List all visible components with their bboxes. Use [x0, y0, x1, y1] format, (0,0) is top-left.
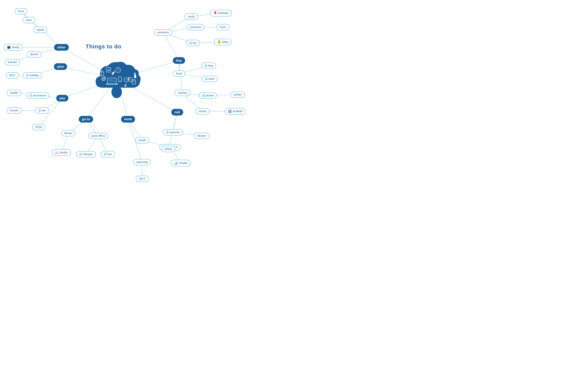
label-holiday: holiday: [30, 74, 39, 77]
node-presents: presents: [154, 29, 172, 36]
bubble-dinner_left: dinner: [27, 51, 41, 58]
label-cheque: cheque: [83, 152, 93, 156]
node-email: email: [135, 137, 149, 144]
label-repair: repair: [37, 28, 44, 32]
check-insurance: ☑: [30, 94, 32, 97]
bubble-postoffice: post office: [88, 133, 108, 139]
bubble-dog: ☑dog: [201, 62, 216, 69]
label-perfume: perfume: [190, 26, 201, 29]
node-football: ⚽football: [225, 108, 246, 115]
bubble-baby: 👶baby: [214, 39, 232, 46]
node-dinner_right: dinner!: [194, 133, 209, 139]
bubble-year2017_left: 2017: [6, 72, 19, 78]
node-cards: cards: [184, 14, 198, 20]
label-buy: buy: [176, 58, 182, 62]
svg-line-30: [163, 32, 179, 60]
label-insurance: insurance: [33, 94, 46, 97]
label-other: other: [57, 46, 66, 49]
bubble-perfume: perfume: [187, 24, 204, 30]
bubble-winter: winter: [230, 92, 245, 98]
label-year2017_bot: 2017: [139, 177, 145, 180]
bubble-cards: cards: [184, 14, 198, 20]
svg-point-49: [113, 83, 121, 91]
node-baby: 👶baby: [214, 39, 232, 46]
check-holiday: ☑: [26, 74, 29, 77]
node-front: front: [15, 8, 27, 14]
label-plan: plan: [57, 65, 64, 68]
bubble-results: 📊results: [171, 160, 191, 166]
bubble-box: ☑box: [101, 151, 115, 158]
bubble-health: health: [7, 90, 21, 96]
node-dinner_left: dinner: [27, 51, 41, 58]
label-daisy: Daisy: [165, 147, 172, 151]
node-perfume: perfume: [187, 24, 204, 30]
check-parents: ☑: [166, 131, 169, 134]
label-results: results: [179, 161, 188, 165]
label-presents: presents: [157, 31, 169, 34]
bubble-books: 📖books: [52, 149, 71, 156]
node-dog: ☑dog: [201, 62, 216, 69]
emoji-birthday: 🎈: [213, 11, 217, 15]
node-pay: pay: [56, 95, 68, 102]
label-books: books: [60, 151, 68, 154]
bubble-tax: ☑tax: [35, 107, 49, 114]
emoji-family: 👨‍👩‍👧: [7, 46, 11, 49]
node-family: 👨‍👩‍👧family: [4, 44, 23, 51]
bubble-birthday: 🎈birthday: [210, 10, 232, 16]
node-mum: mum: [216, 24, 229, 30]
svg-point-62: [120, 81, 120, 81]
center-cloud: $ €: [92, 60, 141, 98]
main-title: Things to do: [86, 43, 121, 50]
check-dog: ☑: [205, 64, 207, 68]
bubble-year2016: 2016: [32, 124, 45, 130]
node-results: 📊results: [171, 160, 191, 166]
bubble-house: house: [7, 107, 21, 114]
bubble-food: food: [173, 70, 185, 77]
node-books: 📖books: [52, 149, 71, 156]
label-dog: dog: [208, 64, 213, 68]
bubble-family: 👨‍👩‍👧family: [4, 44, 23, 51]
check-toy: ☑: [189, 41, 192, 45]
emoji-baby: 👶: [217, 40, 221, 44]
label-house: house: [10, 109, 18, 112]
bubble-pay: pay: [56, 95, 68, 102]
node-jacket: ☑jacket: [199, 92, 217, 99]
label-parents: parents: [170, 130, 180, 134]
label-family: family: [12, 46, 20, 49]
bubble-front: front: [15, 8, 27, 14]
node-tax: ☑tax: [35, 107, 49, 114]
check-tax: ☑: [39, 109, 41, 112]
node-friends: friends: [5, 59, 20, 66]
label-food: food: [176, 72, 182, 76]
label-dinner_right: dinner!: [197, 134, 206, 138]
svg-rect-60: [108, 79, 115, 82]
label-year2017_left: 2017: [9, 74, 16, 77]
bubble-wine: ☑wine: [202, 76, 218, 82]
node-winter: winter: [230, 92, 245, 98]
label-birthday: birthday: [218, 12, 229, 15]
node-plan: plan: [54, 63, 67, 70]
bubble-plan: plan: [54, 63, 67, 70]
emoji-football: ⚽: [228, 110, 232, 113]
node-work: work: [121, 116, 135, 122]
label-postoffice: post office: [91, 134, 105, 138]
bubble-daisy: Daisy: [162, 146, 175, 152]
bubble-email: email: [135, 137, 149, 144]
node-birthday: 🎈birthday: [210, 10, 232, 16]
node-clothes: clothes: [175, 90, 190, 96]
check-box: ☑: [104, 153, 106, 156]
emoji-results: 📊: [174, 161, 178, 165]
bubble-repair: repair: [33, 27, 47, 33]
bubble-jacket: ☑jacket: [199, 92, 217, 99]
label-clothes: clothes: [178, 91, 187, 95]
label-tax: tax: [42, 109, 46, 112]
title-text: Things to do: [86, 43, 121, 50]
node-cheque: ☑cheque: [76, 151, 96, 158]
node-buy: buy: [173, 57, 185, 64]
bubble-year2017_bot: 2017: [136, 176, 149, 182]
node-postoffice: post office: [88, 133, 108, 139]
check-cheque: ☑: [79, 153, 82, 156]
bubble-cheque: ☑cheque: [76, 151, 96, 158]
bubble-insurance: ☑insurance: [26, 92, 49, 99]
node-daisy: Daisy: [162, 146, 175, 152]
